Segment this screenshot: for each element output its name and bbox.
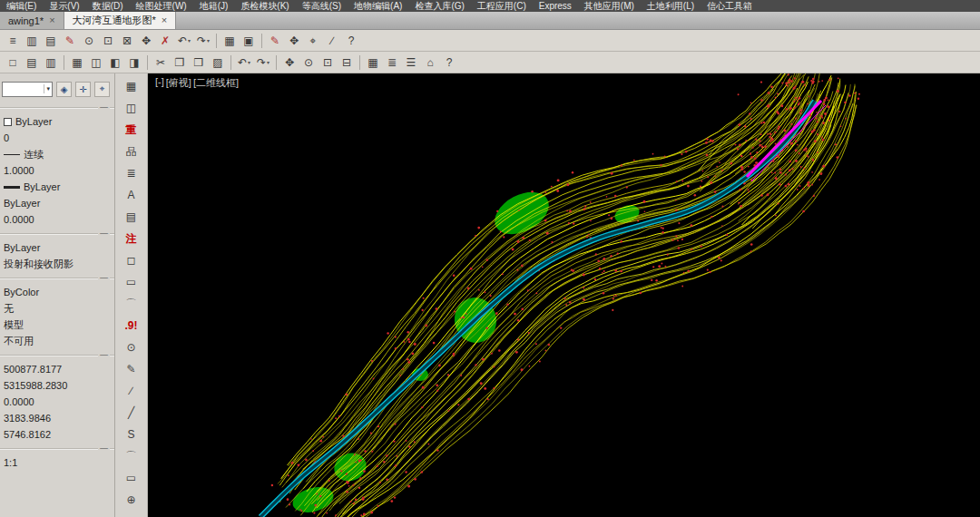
elevation-point[interactable] [797, 100, 799, 102]
elevation-point[interactable] [797, 144, 799, 146]
elevation-point[interactable] [795, 118, 797, 120]
elevation-point[interactable] [807, 154, 808, 156]
print-icon[interactable]: ▤ [42, 32, 60, 50]
elevation-point[interactable] [319, 440, 322, 443]
elevation-point[interactable] [823, 102, 826, 105]
elevation-point[interactable] [312, 450, 314, 452]
elevation-point[interactable] [838, 77, 839, 79]
print-icon[interactable]: ▦ [68, 54, 86, 72]
elevation-point[interactable] [795, 85, 797, 87]
contour-line[interactable] [289, 79, 799, 493]
elevation-point[interactable] [750, 153, 751, 155]
elevation-point[interactable] [661, 263, 662, 265]
elevation-point[interactable] [687, 269, 690, 272]
elevation-point[interactable] [399, 375, 401, 376]
elevation-point[interactable] [802, 210, 805, 213]
elevation-point[interactable] [799, 152, 800, 154]
elevation-point[interactable] [485, 327, 487, 329]
elevation-point[interactable] [760, 194, 763, 197]
elevation-point[interactable] [348, 485, 350, 487]
elevation-point[interactable] [590, 201, 592, 203]
zoom-realtime-icon[interactable]: ⊙ [299, 54, 318, 72]
elevation-point[interactable] [759, 140, 760, 141]
elevation-point[interactable] [756, 151, 758, 153]
elevation-point[interactable] [800, 109, 803, 112]
elevation-point[interactable] [611, 172, 613, 175]
save-icon[interactable]: ▥ [42, 54, 60, 72]
elevation-point[interactable] [799, 185, 800, 187]
elevation-point[interactable] [603, 258, 605, 260]
elevation-point[interactable] [779, 169, 781, 171]
elevation-point[interactable] [395, 464, 397, 466]
elevation-point[interactable] [737, 148, 739, 150]
help-icon[interactable]: ? [342, 32, 360, 50]
elevation-point[interactable] [614, 269, 617, 272]
elevation-point[interactable] [817, 151, 818, 153]
elevation-point[interactable] [603, 292, 605, 295]
elevation-point[interactable] [298, 463, 300, 466]
elevation-point[interactable] [775, 178, 777, 180]
elevation-point[interactable] [793, 101, 795, 102]
zoom-realtime-icon[interactable]: ⊙ [80, 32, 98, 50]
elevation-point[interactable] [498, 349, 501, 352]
elevation-point[interactable] [535, 343, 537, 345]
elevation-point[interactable] [838, 111, 840, 112]
elevation-point[interactable] [340, 470, 342, 472]
elevation-point[interactable] [824, 112, 827, 115]
elevation-point[interactable] [359, 477, 361, 479]
elevation-point[interactable] [390, 500, 393, 502]
elevation-point[interactable] [484, 291, 485, 293]
elevation-point[interactable] [271, 484, 273, 486]
pan-icon[interactable]: ✥ [137, 32, 155, 50]
elevation-point[interactable] [710, 216, 712, 218]
contour-line[interactable] [318, 99, 831, 516]
curve-tool-icon[interactable]: ⌒ [121, 445, 142, 467]
property-value-field[interactable]: ByLayer [0, 179, 114, 195]
text-tool-icon[interactable]: A [121, 184, 142, 206]
elevation-point[interactable] [740, 205, 742, 208]
elevation-point[interactable] [460, 317, 462, 319]
elevation-point[interactable] [683, 272, 685, 274]
elevation-point[interactable] [716, 166, 718, 168]
elevation-point[interactable] [571, 268, 573, 270]
elevation-point[interactable] [597, 260, 600, 263]
elevation-point[interactable] [710, 181, 712, 184]
menu-item-5[interactable]: 地籍(J) [193, 0, 235, 12]
elevation-point[interactable] [486, 259, 488, 261]
transmit-icon[interactable]: ◨ [125, 54, 143, 72]
elevation-point[interactable] [328, 480, 330, 482]
elevation-point[interactable] [480, 382, 483, 385]
contour-line[interactable] [307, 82, 808, 492]
elevation-point[interactable] [675, 200, 677, 201]
elevation-label-tool-icon[interactable]: .9! [121, 315, 142, 337]
annotation-tool-icon[interactable]: 注 [121, 228, 142, 249]
elevation-point[interactable] [739, 143, 741, 146]
elevation-point[interactable] [586, 236, 588, 238]
layers-icon[interactable]: ≣ [383, 54, 401, 72]
property-value-field[interactable]: 3183.9846 [0, 410, 114, 426]
elevation-point[interactable] [370, 433, 372, 434]
elevation-point[interactable] [436, 449, 438, 451]
elevation-point[interactable] [702, 171, 704, 172]
elevation-point[interactable] [790, 142, 793, 145]
elevation-point[interactable] [608, 214, 610, 216]
elevation-point[interactable] [346, 491, 348, 493]
polyline-tool-icon[interactable]: ╱ [121, 402, 142, 424]
elevation-point[interactable] [769, 136, 771, 139]
arc-tool-icon[interactable]: ⌒ [121, 293, 142, 315]
elevation-point[interactable] [617, 252, 619, 254]
elevation-point[interactable] [314, 504, 317, 507]
elevation-point[interactable] [790, 80, 792, 82]
elevation-point[interactable] [503, 236, 505, 238]
elevation-point[interactable] [681, 286, 683, 288]
elevation-point[interactable] [810, 80, 812, 82]
copy-icon[interactable]: ❐ [171, 54, 189, 72]
elevation-point[interactable] [383, 461, 385, 463]
elevation-point[interactable] [681, 239, 683, 240]
elevation-point[interactable] [433, 342, 436, 345]
elevation-point[interactable] [633, 160, 635, 161]
elevation-point[interactable] [823, 99, 826, 102]
view-orientation-control[interactable]: [俯视] [166, 76, 191, 90]
elevation-point[interactable] [800, 166, 802, 168]
elevation-point[interactable] [517, 240, 520, 243]
